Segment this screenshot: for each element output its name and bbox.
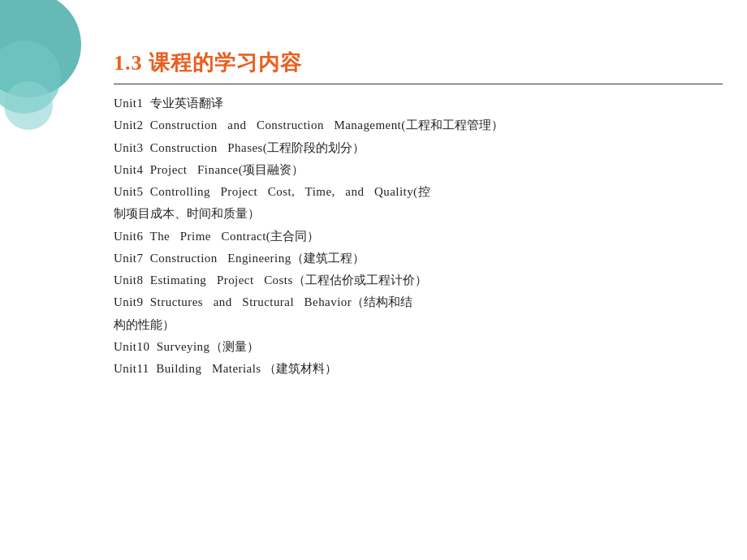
unit3-cn: 工程阶段的划分） — [267, 141, 365, 154]
unit5-cn2: 制项目成本、时间和质量） — [114, 207, 260, 220]
unit2-en: Construction and Construction Management… — [150, 118, 406, 131]
unit6-label: Unit6 — [114, 230, 150, 243]
unit5-en: Controlling Project Cost, Time, and Qual… — [150, 185, 418, 198]
unit8-label: Unit8 — [114, 274, 150, 286]
list-item: Unit2 Construction and Construction Mana… — [114, 114, 723, 136]
section-divider — [114, 84, 723, 84]
circle-small — [4, 81, 53, 130]
unit10-label: Unit10 — [114, 340, 157, 353]
list-item: Unit9 Structures and Structural Behavior… — [114, 291, 723, 312]
unit-list: Unit1 专业英语翻译 Unit2 Construction and Cons… — [114, 93, 723, 379]
unit5-cn1: 控 — [418, 185, 430, 198]
list-item: Unit7 Construction Engineering（建筑工程） — [114, 248, 723, 269]
list-item: Unit8 Estimating Project Costs（工程估价或工程计价… — [114, 269, 723, 291]
unit9-en: Structures and Structural Behavior — [150, 295, 352, 308]
list-item: Unit5 Controlling Project Cost, Time, an… — [114, 181, 723, 202]
unit11-en: Building Materials — [156, 362, 261, 375]
unit9-cn1: （结构和结 — [352, 295, 412, 308]
unit4-cn: 项目融资） — [243, 163, 304, 176]
unit1-label: Unit1 — [114, 97, 150, 110]
unit1-content: 专业英语翻译 — [150, 97, 223, 110]
list-item: Unit3 Construction Phases(工程阶段的划分） — [114, 137, 723, 158]
unit7-cn: （建筑工程） — [291, 252, 365, 265]
unit11-label: Unit11 — [114, 362, 156, 375]
unit7-label: Unit7 — [114, 252, 150, 265]
list-item-cont: 构的性能） — [114, 314, 723, 335]
main-content: 1.3 课程的学习内容 Unit1 专业英语翻译 Unit2 Construct… — [114, 49, 723, 544]
unit6-en: The Prime Contract( — [150, 230, 271, 243]
unit4-label: Unit4 — [114, 163, 150, 176]
list-item: Unit6 The Prime Contract(主合同） — [114, 226, 723, 247]
list-item: Unit4 Project Finance(项目融资） — [114, 159, 723, 180]
unit9-cn2: 构的性能） — [114, 318, 175, 331]
list-item-cont: 制项目成本、时间和质量） — [114, 203, 723, 224]
list-item: Unit1 专业英语翻译 — [114, 93, 723, 114]
unit10-en: Surveying — [157, 340, 210, 353]
unit2-cn: 工程和工程管理） — [406, 118, 503, 131]
unit10-cn: （测量） — [210, 340, 259, 353]
list-item: Unit10 Surveying（测量） — [114, 336, 723, 357]
decorative-circles — [0, 0, 81, 162]
unit3-en: Construction Phases( — [150, 141, 267, 154]
unit4-en: Project Finance( — [150, 163, 243, 176]
unit8-en: Estimating Project Costs — [150, 274, 293, 286]
unit6-cn: 主合同） — [270, 230, 319, 243]
unit11-cn: （建筑材料） — [261, 362, 338, 375]
section-title: 1.3 课程的学习内容 — [114, 49, 723, 77]
list-item: Unit11 Building Materials （建筑材料） — [114, 358, 723, 379]
unit8-cn: （工程估价或工程计价） — [293, 274, 427, 286]
unit5-label: Unit5 — [114, 185, 150, 198]
unit7-en: Construction Engineering — [150, 252, 291, 265]
unit2-label: Unit2 — [114, 118, 150, 131]
unit3-label: Unit3 — [114, 141, 150, 154]
unit9-label: Unit9 — [114, 295, 150, 308]
